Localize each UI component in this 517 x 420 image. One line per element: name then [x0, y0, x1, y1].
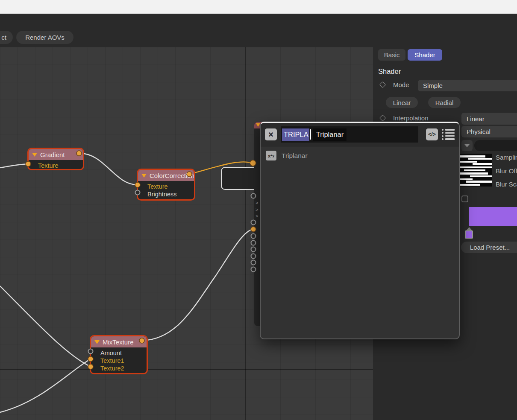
diamond-icon[interactable] — [379, 115, 386, 122]
linear-button[interactable]: Linear — [386, 97, 418, 108]
wire-mixtexture-to-node[interactable] — [142, 229, 253, 341]
result-label: Triplanar — [282, 152, 308, 160]
empty-value-field[interactable] — [474, 140, 517, 151]
node-gradient-header[interactable]: Gradient — [29, 149, 83, 160]
mode-label: Mode — [393, 81, 409, 88]
node-colorcorrection[interactable]: ColorCorrection Texture Brightness — [137, 169, 195, 201]
node-colorcorrection-header[interactable]: ColorCorrection — [138, 170, 194, 181]
wire-into-texture2[interactable] — [0, 286, 91, 367]
chevron-down-icon — [464, 144, 470, 147]
sampling-label: Sampling — [496, 154, 517, 161]
tab-bar: ct Render AOVs — [0, 14, 517, 47]
port-row-amount: Amount — [91, 349, 147, 357]
node-mixtexture[interactable]: MixTexture Amount Texture1 Texture2 — [90, 335, 148, 374]
node-search-popup: ✕ TRIPLA Triplanar </> x+y Triplanar — [260, 122, 460, 339]
diamond-icon[interactable] — [379, 82, 386, 88]
interpolation-label: Interpolation — [393, 114, 429, 122]
xy-formula-icon: x+y — [266, 151, 276, 160]
list-view-icon[interactable] — [442, 129, 455, 140]
collapse-triangle-icon[interactable] — [94, 340, 100, 344]
port-row-texture1: Texture1 — [91, 357, 147, 365]
node-title: ColorCorrection — [150, 172, 194, 179]
physical-dropdown[interactable]: Physical — [461, 126, 517, 137]
gradient-knob-swatch[interactable] — [465, 230, 473, 239]
search-result-triplanar[interactable]: x+y Triplanar — [261, 146, 459, 165]
collapse-triangle-icon[interactable] — [141, 174, 147, 178]
wire-into-texture1[interactable] — [0, 359, 91, 412]
divider — [373, 95, 517, 95]
blur-offset-label: Blur Offset — [496, 167, 517, 175]
mode-dropdown[interactable]: Simple — [418, 80, 517, 91]
interpolation-dropdown[interactable]: Linear — [461, 113, 517, 125]
port-row-texture: Texture — [138, 183, 194, 190]
collapse-triangle-icon[interactable] — [32, 153, 37, 157]
popup-header: ✕ TRIPLA Triplanar </> — [261, 123, 459, 146]
code-view-icon[interactable]: </> — [426, 128, 438, 140]
node-title: MixTexture — [103, 338, 134, 346]
port-row-brightness: Brightness — [138, 190, 194, 198]
gradient-color-bar[interactable] — [469, 207, 517, 226]
text-caret — [310, 129, 311, 140]
radial-button[interactable]: Radial — [428, 97, 461, 108]
texture-preview-thumbnail[interactable] — [460, 154, 492, 187]
selected-search-text: TRIPLA — [282, 128, 309, 141]
node-gradient[interactable]: Gradient Texture — [27, 148, 84, 170]
tab-basic[interactable]: Basic — [378, 49, 405, 61]
blur-scale-label: Blur Scale — [496, 181, 517, 188]
top-light-strip — [0, 0, 517, 14]
node-mixtexture-header[interactable]: MixTexture — [91, 336, 147, 347]
port-row-texture2: Texture2 — [91, 365, 147, 372]
grid-line-horizontal — [0, 369, 373, 370]
load-preset-button[interactable]: Load Preset... — [461, 242, 517, 253]
close-icon[interactable]: ✕ — [265, 128, 277, 140]
checkbox-unchecked[interactable] — [461, 195, 468, 202]
expand-dropdown-button[interactable] — [461, 140, 473, 151]
tab-shader[interactable]: Shader — [408, 49, 442, 61]
grid-line-vertical — [245, 47, 246, 420]
wire-gradient-to-colorcorrection[interactable] — [79, 153, 138, 185]
tab-render-aovs[interactable]: Render AOVs — [16, 31, 73, 44]
section-heading-shader: Shader — [378, 67, 401, 76]
node-search-input[interactable]: TRIPLA Triplanar — [281, 126, 418, 143]
node-title: Gradient — [40, 151, 65, 158]
tab-partial[interactable]: ct — [0, 31, 13, 44]
inline-autocomplete-suggestion: Triplanar — [313, 128, 347, 141]
wire-into-gradient[interactable] — [0, 164, 28, 168]
port-row-texture: Texture — [29, 162, 83, 169]
